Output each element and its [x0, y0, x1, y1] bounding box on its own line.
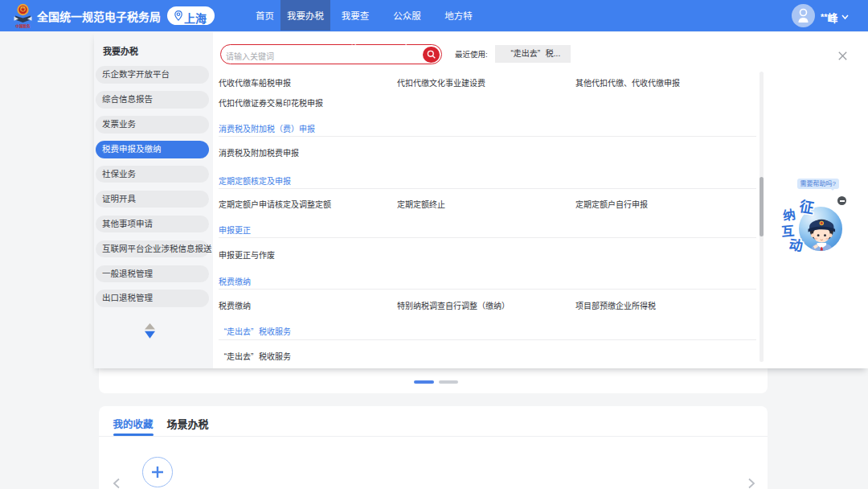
- svg-text:中国税务: 中国税务: [15, 23, 31, 28]
